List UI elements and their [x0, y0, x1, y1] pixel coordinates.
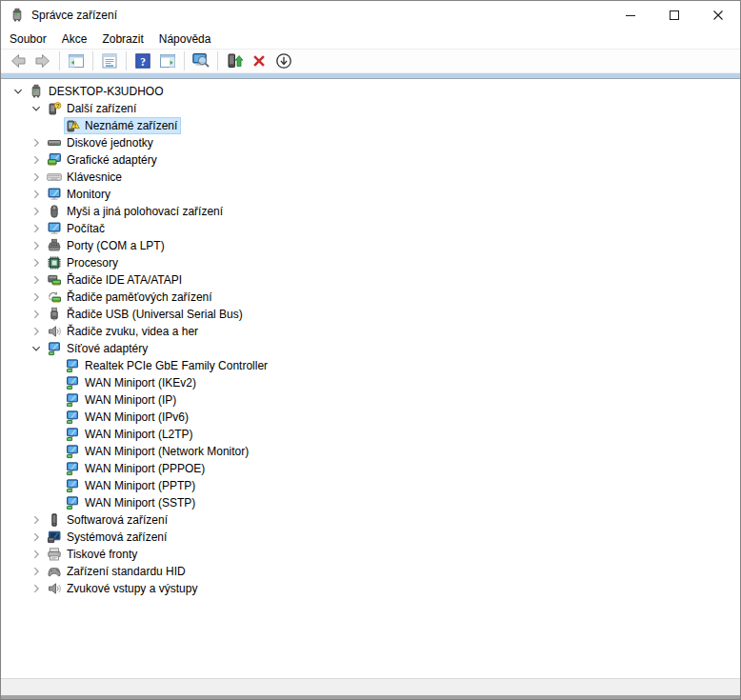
tree-item-radice-usb-universal-serial-bus[interactable]: Řadiče USB (Universal Serial Bus): [1, 306, 740, 323]
chevron-right-icon[interactable]: [29, 135, 44, 150]
tree-item-body[interactable]: Realtek PCIe GbE Family Controller: [64, 357, 271, 374]
chevron-right-icon[interactable]: [29, 564, 44, 579]
tree-item-body[interactable]: Řadiče IDE ATA/ATAPI: [46, 271, 186, 289]
toolbar-update-driver-button[interactable]: [222, 50, 247, 72]
chevron-down-icon[interactable]: [10, 84, 26, 99]
chevron-right-icon[interactable]: [29, 221, 44, 236]
chevron-right-icon[interactable]: [29, 238, 44, 253]
chevron-right-icon[interactable]: [29, 272, 44, 288]
tree-item-body[interactable]: Porty (COM a LPT): [46, 237, 169, 254]
tree-item-body[interactable]: Monitory: [46, 186, 114, 203]
toolbar-back-button[interactable]: [6, 50, 30, 72]
tree-item-graficke-adaptery[interactable]: Grafické adaptéry: [1, 151, 740, 169]
chevron-right-icon[interactable]: [29, 187, 44, 202]
chevron-down-icon[interactable]: [29, 341, 44, 356]
tree-item-body[interactable]: Počítač: [46, 220, 109, 237]
maximize-button[interactable]: [652, 1, 696, 30]
tree-item-body[interactable]: WAN Miniport (Network Monitor): [64, 443, 252, 460]
tree-item-softwarova-zarizeni[interactable]: Softwarová zařízení: [1, 511, 740, 529]
tree-item-body[interactable]: Neznámé zařízení: [64, 117, 181, 134]
network-adapter-icon: [65, 495, 80, 510]
toolbar-forward-button[interactable]: [30, 50, 55, 72]
tree-item-sitove-adaptery[interactable]: Síťové adaptéry: [1, 340, 740, 357]
tree-item-body[interactable]: Řadiče zvuku, videa a her: [46, 323, 202, 340]
tree-item-body[interactable]: Klávesnice: [46, 169, 126, 186]
toolbar-show-console-tree-button[interactable]: [64, 50, 89, 72]
tree-item-body[interactable]: Systémová zařízení: [46, 529, 170, 546]
tree-item-body[interactable]: Myši a jiná polohovací zařízení: [46, 203, 227, 220]
chevron-right-icon[interactable]: [29, 581, 44, 596]
chevron-right-icon[interactable]: [29, 547, 44, 562]
toolbar-properties-button[interactable]: [97, 50, 122, 72]
menu-zobrazit[interactable]: Zobrazit: [94, 30, 150, 48]
toolbar-help-button[interactable]: ?: [130, 50, 155, 72]
chevron-right-icon[interactable]: [29, 204, 44, 219]
tree-item-body[interactable]: WAN Miniport (IP): [64, 391, 180, 409]
tree-item-body[interactable]: WAN Miniport (PPTP): [64, 477, 199, 494]
tree-item-body[interactable]: Procesory: [46, 254, 122, 271]
tree-item-wan-miniport-pptp[interactable]: WAN Miniport (PPTP): [1, 477, 740, 494]
tree-item-radice-ide-ata-atapi[interactable]: Řadiče IDE ATA/ATAPI: [1, 271, 740, 289]
display-adapter-icon: [47, 152, 62, 168]
tree-item-wan-miniport-ip[interactable]: WAN Miniport (IP): [1, 391, 740, 409]
tree-item-mysi-a-jina-polohovaci-zarizeni[interactable]: Myši a jiná polohovací zařízení: [1, 203, 740, 220]
tree-item-body[interactable]: Řadiče paměťových zařízení: [46, 289, 216, 306]
tree-item-body[interactable]: Softwarová zařízení: [46, 511, 171, 529]
tree-item-body[interactable]: WAN Miniport (IKEv2): [64, 374, 200, 391]
tree-item-klavesnice[interactable]: Klávesnice: [1, 169, 740, 186]
chevron-right-icon[interactable]: [29, 170, 44, 185]
tree-item-systemova-zarizeni[interactable]: Systémová zařízení: [1, 529, 740, 546]
tree-item-wan-miniport-l2tp[interactable]: WAN Miniport (L2TP): [1, 426, 740, 443]
close-button[interactable]: [696, 1, 740, 30]
tree-item-body[interactable]: ?Další zařízení: [46, 100, 140, 117]
tree-item-monitory[interactable]: Monitory: [1, 186, 740, 203]
tree-item-body[interactable]: Řadiče USB (Universal Serial Bus): [46, 306, 247, 323]
tree-item-wan-miniport-ipv6[interactable]: WAN Miniport (IPv6): [1, 409, 740, 426]
tree-item-radice-zvuku-videa-a-her[interactable]: Řadiče zvuku, videa a her: [1, 323, 740, 340]
chevron-right-icon[interactable]: [29, 290, 44, 305]
toolbar-uninstall-device-button[interactable]: [247, 50, 271, 72]
tree-item-body[interactable]: DESKTOP-K3UDHOO: [28, 83, 167, 100]
chevron-right-icon[interactable]: [29, 152, 44, 168]
tree-item-wan-miniport-pppoe[interactable]: WAN Miniport (PPPOE): [1, 460, 740, 477]
tree-item-body[interactable]: Síťové adaptéry: [46, 340, 151, 357]
tree-item-body[interactable]: Zvukové vstupy a výstupy: [46, 580, 201, 597]
tree-item-pocitac[interactable]: Počítač: [1, 220, 740, 237]
chevron-right-icon[interactable]: [29, 324, 44, 339]
tree-item-wan-miniport-network-monitor[interactable]: WAN Miniport (Network Monitor): [1, 443, 740, 460]
tree-item-dalsi-zarizeni[interactable]: ?Další zařízení: [1, 100, 740, 117]
chevron-right-icon[interactable]: [29, 512, 44, 528]
tree-item-desktop-k3udhoo[interactable]: DESKTOP-K3UDHOO: [1, 83, 740, 100]
toolbar-disable-device-button[interactable]: [271, 50, 296, 72]
tree-item-porty-com-a-lpt[interactable]: Porty (COM a LPT): [1, 237, 740, 254]
tree-item-body[interactable]: WAN Miniport (IPv6): [64, 409, 192, 426]
tree-item-wan-miniport-ikev2[interactable]: WAN Miniport (IKEv2): [1, 374, 740, 391]
tree-item-diskove-jednotky[interactable]: Diskové jednotky: [1, 134, 740, 151]
minimize-button[interactable]: [609, 1, 652, 30]
tree-item-body[interactable]: Diskové jednotky: [46, 134, 157, 151]
tree-item-zvukove-vstupy-a-vystupy[interactable]: Zvukové vstupy a výstupy: [1, 580, 740, 597]
tree-item-body[interactable]: Tiskové fronty: [46, 546, 141, 563]
network-adapter-icon: [65, 375, 80, 390]
menu-akce[interactable]: Akce: [54, 30, 95, 48]
toolbar-scan-hardware-changes-button[interactable]: [189, 50, 213, 72]
tree-item-realtek-pcie-gbe-family-controller[interactable]: Realtek PCIe GbE Family Controller: [1, 357, 740, 374]
menu-napoveda[interactable]: Nápověda: [151, 30, 219, 48]
chevron-right-icon[interactable]: [29, 307, 44, 322]
chevron-down-icon[interactable]: [29, 101, 44, 116]
tree-item-procesory[interactable]: Procesory: [1, 254, 740, 271]
tree-item-nezname-zarizeni[interactable]: Neznámé zařízení: [1, 117, 740, 134]
tree-item-body[interactable]: Grafické adaptéry: [46, 151, 161, 169]
tree-item-tiskove-fronty[interactable]: Tiskové fronty: [1, 546, 740, 563]
chevron-right-icon[interactable]: [29, 255, 44, 270]
toolbar-action-pane-button[interactable]: [155, 50, 180, 72]
tree-item-zarizeni-standardu-hid[interactable]: Zařízení standardu HID: [1, 563, 740, 580]
tree-item-radice-pametovych-zarizeni[interactable]: Řadiče paměťových zařízení: [1, 289, 740, 306]
tree-item-body[interactable]: WAN Miniport (L2TP): [64, 426, 197, 443]
menu-soubor[interactable]: Soubor: [2, 30, 54, 48]
tree-item-body[interactable]: WAN Miniport (PPPOE): [64, 460, 209, 477]
chevron-right-icon[interactable]: [29, 530, 44, 545]
tree-item-body[interactable]: WAN Miniport (SSTP): [64, 494, 199, 511]
tree-item-body[interactable]: Zařízení standardu HID: [46, 563, 190, 580]
tree-item-wan-miniport-sstp[interactable]: WAN Miniport (SSTP): [1, 494, 740, 511]
